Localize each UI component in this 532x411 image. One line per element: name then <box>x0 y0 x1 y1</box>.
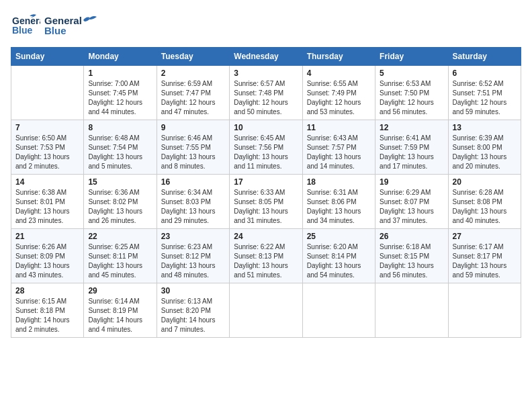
day-info: Sunrise: 6:23 AMSunset: 8:12 PMDaylight:… <box>161 242 225 280</box>
svg-text:Blue: Blue <box>12 25 33 36</box>
day-number: 28 <box>15 286 79 295</box>
day-number: 1 <box>88 68 152 78</box>
calendar-cell: 19Sunrise: 6:29 AMSunset: 8:07 PMDayligh… <box>375 175 448 229</box>
day-info: Sunrise: 6:38 AMSunset: 8:01 PMDaylight:… <box>15 188 79 226</box>
calendar-cell: 29Sunrise: 6:14 AMSunset: 8:19 PMDayligh… <box>84 283 157 338</box>
day-info: Sunrise: 6:52 AMSunset: 7:51 PMDaylight:… <box>453 79 517 117</box>
calendar-cell <box>448 283 521 338</box>
day-number: 29 <box>88 286 152 295</box>
day-info: Sunrise: 6:14 AMSunset: 8:19 PMDaylight:… <box>88 297 152 334</box>
calendar-cell: 24Sunrise: 6:22 AMSunset: 8:13 PMDayligh… <box>230 229 302 283</box>
day-info: Sunrise: 6:59 AMSunset: 7:47 PMDaylight:… <box>161 79 225 117</box>
day-number: 15 <box>88 177 152 187</box>
day-info: Sunrise: 6:50 AMSunset: 7:53 PMDaylight:… <box>15 134 79 171</box>
day-info: Sunrise: 6:22 AMSunset: 8:13 PMDaylight:… <box>234 242 298 280</box>
day-number: 17 <box>234 177 298 187</box>
logo-blue: Blue <box>44 25 82 36</box>
day-info: Sunrise: 6:18 AMSunset: 8:15 PMDaylight:… <box>380 242 443 280</box>
calendar-cell: 4Sunrise: 6:55 AMSunset: 7:49 PMDaylight… <box>302 66 375 120</box>
calendar-cell: 23Sunrise: 6:23 AMSunset: 8:12 PMDayligh… <box>157 229 229 283</box>
calendar-cell: 3Sunrise: 6:57 AMSunset: 7:48 PMDaylight… <box>230 66 302 120</box>
day-info: Sunrise: 6:28 AMSunset: 8:08 PMDaylight:… <box>453 188 517 226</box>
calendar-cell: 16Sunrise: 6:34 AMSunset: 8:03 PMDayligh… <box>157 175 229 229</box>
calendar-cell: 27Sunrise: 6:17 AMSunset: 8:17 PMDayligh… <box>448 229 521 283</box>
day-info: Sunrise: 6:39 AMSunset: 8:00 PMDaylight:… <box>453 134 517 171</box>
calendar-cell: 14Sunrise: 6:38 AMSunset: 8:01 PMDayligh… <box>11 175 84 229</box>
header-cell-friday: Friday <box>375 48 448 66</box>
day-info: Sunrise: 6:33 AMSunset: 8:05 PMDaylight:… <box>234 188 298 226</box>
calendar-header: SundayMondayTuesdayWednesdayThursdayFrid… <box>11 48 521 66</box>
day-number: 5 <box>380 68 443 78</box>
calendar-cell: 26Sunrise: 6:18 AMSunset: 8:15 PMDayligh… <box>375 229 448 283</box>
day-number: 9 <box>161 123 225 132</box>
day-info: Sunrise: 6:15 AMSunset: 8:18 PMDaylight:… <box>15 297 79 334</box>
day-info: Sunrise: 6:55 AMSunset: 7:49 PMDaylight:… <box>307 79 371 117</box>
day-number: 3 <box>234 68 298 78</box>
day-number: 7 <box>15 123 79 132</box>
calendar-cell: 15Sunrise: 6:36 AMSunset: 8:02 PMDayligh… <box>84 175 157 229</box>
day-info: Sunrise: 6:20 AMSunset: 8:14 PMDaylight:… <box>307 242 371 280</box>
calendar-week-1: 1Sunrise: 7:00 AMSunset: 7:45 PMDaylight… <box>11 66 521 120</box>
calendar-cell: 30Sunrise: 6:13 AMSunset: 8:20 PMDayligh… <box>157 283 229 338</box>
calendar-table: SundayMondayTuesdayWednesdayThursdayFrid… <box>11 47 521 338</box>
day-number: 10 <box>234 123 298 132</box>
day-info: Sunrise: 7:00 AMSunset: 7:45 PMDaylight:… <box>88 79 152 117</box>
calendar-cell <box>230 283 302 338</box>
calendar-cell: 10Sunrise: 6:45 AMSunset: 7:56 PMDayligh… <box>230 120 302 175</box>
calendar-cell: 28Sunrise: 6:15 AMSunset: 8:18 PMDayligh… <box>11 283 84 338</box>
header-cell-thursday: Thursday <box>302 48 375 66</box>
calendar-cell: 18Sunrise: 6:31 AMSunset: 8:06 PMDayligh… <box>302 175 375 229</box>
day-number: 13 <box>453 123 517 132</box>
calendar-week-5: 28Sunrise: 6:15 AMSunset: 8:18 PMDayligh… <box>11 283 521 338</box>
day-info: Sunrise: 6:36 AMSunset: 8:02 PMDaylight:… <box>88 188 152 226</box>
day-number: 4 <box>307 68 371 78</box>
day-info: Sunrise: 6:34 AMSunset: 8:03 PMDaylight:… <box>161 188 225 226</box>
day-number: 22 <box>88 232 152 241</box>
header-cell-saturday: Saturday <box>448 48 521 66</box>
calendar-week-3: 14Sunrise: 6:38 AMSunset: 8:01 PMDayligh… <box>11 175 521 229</box>
day-number: 30 <box>161 286 225 295</box>
day-number: 25 <box>307 232 371 241</box>
calendar-cell <box>375 283 448 338</box>
day-info: Sunrise: 6:48 AMSunset: 7:54 PMDaylight:… <box>88 134 152 171</box>
calendar-cell: 12Sunrise: 6:41 AMSunset: 7:59 PMDayligh… <box>375 120 448 175</box>
calendar-cell <box>302 283 375 338</box>
day-info: Sunrise: 6:13 AMSunset: 8:20 PMDaylight:… <box>161 297 225 334</box>
header-cell-monday: Monday <box>84 48 157 66</box>
calendar-cell: 17Sunrise: 6:33 AMSunset: 8:05 PMDayligh… <box>230 175 302 229</box>
day-info: Sunrise: 6:31 AMSunset: 8:06 PMDaylight:… <box>307 188 371 226</box>
day-info: Sunrise: 6:26 AMSunset: 8:09 PMDaylight:… <box>15 242 79 280</box>
day-number: 12 <box>380 123 443 132</box>
day-info: Sunrise: 6:45 AMSunset: 7:56 PMDaylight:… <box>234 134 298 171</box>
calendar-cell: 13Sunrise: 6:39 AMSunset: 8:00 PMDayligh… <box>448 120 521 175</box>
day-info: Sunrise: 6:46 AMSunset: 7:55 PMDaylight:… <box>161 134 225 171</box>
day-number: 26 <box>380 232 443 241</box>
calendar-cell <box>11 66 84 120</box>
calendar-cell: 1Sunrise: 7:00 AMSunset: 7:45 PMDaylight… <box>84 66 157 120</box>
day-number: 11 <box>307 123 371 132</box>
logo-icon: General Blue <box>11 11 40 40</box>
bird-icon <box>83 15 98 24</box>
calendar-cell: 8Sunrise: 6:48 AMSunset: 7:54 PMDaylight… <box>84 120 157 175</box>
day-number: 27 <box>453 232 517 241</box>
day-number: 24 <box>234 232 298 241</box>
calendar-body: 1Sunrise: 7:00 AMSunset: 7:45 PMDaylight… <box>11 66 521 338</box>
day-number: 21 <box>15 232 79 241</box>
calendar-cell: 21Sunrise: 6:26 AMSunset: 8:09 PMDayligh… <box>11 229 84 283</box>
calendar-week-2: 7Sunrise: 6:50 AMSunset: 7:53 PMDaylight… <box>11 120 521 175</box>
day-number: 23 <box>161 232 225 241</box>
day-number: 20 <box>453 177 517 187</box>
day-info: Sunrise: 6:43 AMSunset: 7:57 PMDaylight:… <box>307 134 371 171</box>
logo: General Blue General Blue <box>11 11 98 40</box>
header-cell-sunday: Sunday <box>11 48 84 66</box>
calendar-cell: 7Sunrise: 6:50 AMSunset: 7:53 PMDaylight… <box>11 120 84 175</box>
day-number: 16 <box>161 177 225 187</box>
day-number: 18 <box>307 177 371 187</box>
day-number: 8 <box>88 123 152 132</box>
day-info: Sunrise: 6:25 AMSunset: 8:11 PMDaylight:… <box>88 242 152 280</box>
calendar-week-4: 21Sunrise: 6:26 AMSunset: 8:09 PMDayligh… <box>11 229 521 283</box>
header-cell-tuesday: Tuesday <box>157 48 229 66</box>
calendar-cell: 11Sunrise: 6:43 AMSunset: 7:57 PMDayligh… <box>302 120 375 175</box>
day-number: 19 <box>380 177 443 187</box>
day-info: Sunrise: 6:57 AMSunset: 7:48 PMDaylight:… <box>234 79 298 117</box>
